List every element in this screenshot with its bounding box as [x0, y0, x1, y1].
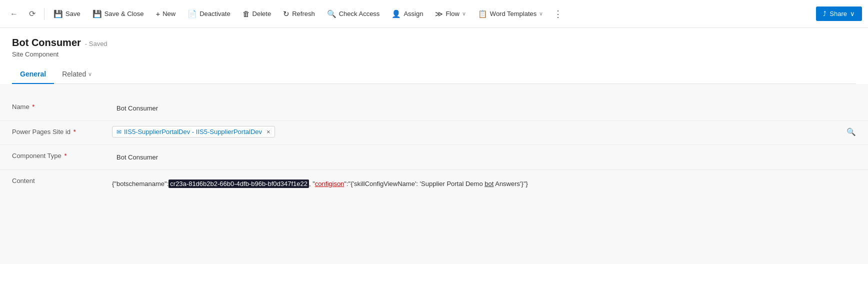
tab-related[interactable]: Related ∨ [54, 65, 100, 84]
content-highlight: cr23a-81d6b2b2-66b0-4dfb-b96b-bf0d347f1e… [168, 180, 309, 188]
name-label: Name * [12, 96, 112, 110]
share-label: Share [830, 10, 847, 18]
share-icon: ⤴ [823, 10, 826, 18]
record-status: - Saved [85, 40, 108, 48]
power-pages-row: Power Pages Site id * ✉ IIS5-SupplierPor… [0, 121, 868, 145]
component-type-input[interactable] [112, 150, 856, 164]
content-value: {"botschemaname":cr23a-81d6b2b2-66b0-4df… [112, 170, 856, 196]
content-row: Content {"botschemaname":cr23a-81d6b2b2-… [0, 170, 868, 230]
share-button[interactable]: ⤴ Share ∨ [816, 6, 862, 21]
deactivate-label: Deactivate [200, 10, 230, 18]
content-bot: bot [484, 180, 494, 188]
toolbar: ← ⟳ 💾 Save 💾 Save & Close + New 📄 Deacti… [0, 0, 868, 28]
more-options-button[interactable]: ⋮ [550, 6, 566, 22]
deactivate-button[interactable]: 📄 Deactivate [182, 6, 235, 22]
save-close-button[interactable]: 💾 Save & Close [88, 6, 149, 22]
flow-button[interactable]: ≫ Flow ∨ [430, 6, 470, 22]
record-subtitle: Site Component [12, 50, 856, 58]
name-value [112, 96, 856, 120]
new-icon: + [156, 10, 160, 18]
check-access-label: Check Access [339, 10, 380, 18]
tab-general-label: General [20, 70, 46, 78]
share-chevron-icon: ∨ [850, 10, 855, 18]
check-access-icon: 🔍 [327, 10, 336, 18]
back-icon: ← [10, 10, 18, 18]
save-close-icon: 💾 [92, 10, 102, 18]
more-icon: ⋮ [554, 8, 562, 20]
content-label: Content [12, 170, 112, 184]
refresh-label: Refresh [292, 10, 315, 18]
save-button[interactable]: 💾 Save [48, 6, 86, 22]
power-pages-lookup-tag[interactable]: ✉ IIS5-SupplierPortalDev - IIS5-Supplier… [112, 126, 275, 138]
content-link[interactable]: configison [315, 180, 344, 188]
name-row: Name * [0, 96, 868, 121]
record-title: Bot Consumer - Saved [12, 37, 856, 48]
form-area: Name * Power Pages Site id * ✉ IIS5-Supp… [0, 84, 868, 264]
refresh-icon: ↻ [283, 10, 290, 18]
power-pages-label: Power Pages Site id * [12, 121, 112, 136]
power-pages-tag-text: IIS5-SupplierPortalDev - IIS5-SupplierPo… [124, 128, 262, 136]
assign-button[interactable]: 👤 Assign [386, 6, 428, 22]
save-label: Save [66, 10, 80, 18]
word-templates-icon: 📋 [478, 10, 488, 18]
name-input[interactable] [112, 101, 856, 116]
power-pages-value: ✉ IIS5-SupplierPortalDev - IIS5-Supplier… [112, 121, 856, 142]
tab-general[interactable]: General [12, 65, 54, 84]
back-button[interactable]: ← [6, 6, 22, 22]
power-pages-tag-icon: ✉ [116, 128, 122, 136]
tab-related-label: Related [62, 70, 86, 78]
check-access-button[interactable]: 🔍 Check Access [322, 6, 385, 22]
delete-button[interactable]: 🗑 Delete [238, 6, 276, 21]
power-pages-required-indicator: * [74, 128, 76, 136]
flow-icon: ≫ [435, 10, 443, 18]
save-close-label: Save & Close [104, 10, 144, 18]
power-pages-search-icon[interactable]: 🔍 [846, 128, 856, 136]
name-required-indicator: * [32, 103, 34, 110]
header-section: Bot Consumer - Saved Site Component Gene… [0, 28, 868, 84]
assign-label: Assign [404, 10, 423, 18]
delete-icon: 🗑 [242, 10, 250, 18]
content-after: ":"{'skillConfigViewName': 'Supplier Por… [344, 180, 484, 188]
delete-label: Delete [252, 10, 272, 18]
flow-chevron-icon: ∨ [462, 10, 466, 17]
assign-icon: 👤 [392, 10, 401, 18]
content-text: {"botschemaname":cr23a-81d6b2b2-66b0-4df… [112, 177, 528, 192]
new-button[interactable]: + New [150, 6, 180, 21]
word-templates-button[interactable]: 📋 Word Templates ∨ [473, 6, 548, 22]
component-type-label: Component Type * [12, 145, 112, 160]
power-pages-tag-close-button[interactable]: × [266, 128, 270, 136]
flow-label: Flow [446, 10, 459, 18]
record-title-name: Bot Consumer [12, 37, 81, 48]
refresh-tab-icon: ⟳ [29, 9, 36, 18]
content-prefix: {"botschemaname": [112, 180, 168, 188]
tab-related-chevron-icon: ∨ [88, 71, 92, 78]
content-end: Answers'}"} [494, 180, 528, 188]
word-templates-label: Word Templates [490, 10, 536, 18]
new-label: New [162, 10, 176, 18]
deactivate-icon: 📄 [188, 10, 197, 18]
save-icon: 💾 [54, 10, 63, 18]
tabs: General Related ∨ [12, 65, 856, 84]
component-type-required-indicator: * [64, 152, 66, 160]
component-type-value [112, 145, 856, 170]
content-middle: , " [309, 180, 315, 188]
word-templates-chevron-icon: ∨ [539, 10, 543, 17]
component-type-row: Component Type * [0, 145, 868, 170]
refresh-tab-button[interactable]: ⟳ [24, 6, 40, 22]
refresh-button[interactable]: ↻ Refresh [278, 6, 320, 22]
separator-1 [44, 8, 44, 20]
